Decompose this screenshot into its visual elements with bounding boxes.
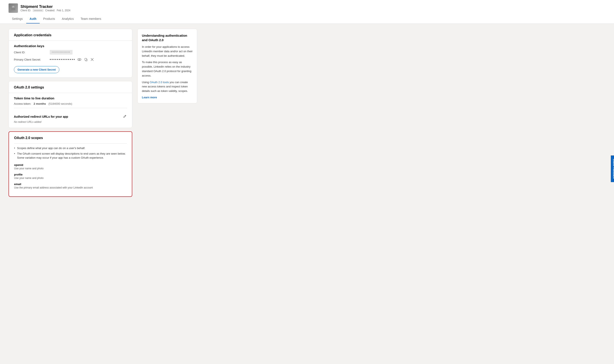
client-id-label: Client ID: xyxy=(20,9,31,12)
oauth-scopes-title: OAuth 2.0 scopes xyxy=(14,136,127,140)
scope-email-name: email xyxy=(14,182,127,186)
no-redirect-urls-text: No redirect URLs added xyxy=(14,120,127,123)
app-meta: Client ID: •••••••••• Created: Feb 1, 20… xyxy=(20,9,70,12)
learn-more-link[interactable]: Learn more xyxy=(142,96,157,99)
redirect-header: Authorized redirect URLs for your app xyxy=(14,114,127,119)
oauth-settings-card: OAuth 2.0 settings Token time to live du… xyxy=(9,81,132,128)
svg-rect-0 xyxy=(11,7,15,10)
primary-secret-row: Primary Client Secret: •••••••••••••• xyxy=(14,57,127,62)
client-id-field-label: Client ID: xyxy=(14,51,48,54)
token-row: Access token: 2 months (5184000 seconds) xyxy=(14,102,127,105)
primary-secret-dots: •••••••••••••• xyxy=(50,58,75,61)
app-title-text: Shipment Tracker Client ID: •••••••••• C… xyxy=(20,4,70,12)
token-months: 2 months xyxy=(34,102,46,105)
app-avatar-image xyxy=(9,3,18,13)
client-id-value: •••••••••• xyxy=(33,9,43,12)
app-credentials-title: Application credentials xyxy=(14,33,127,37)
scope-bullets-list: Scopes define what your app can do on a … xyxy=(14,146,127,160)
tab-products[interactable]: Products xyxy=(40,14,58,24)
client-id-value-area: •••••••••••••• xyxy=(50,50,73,55)
scope-openid: openid Use your name and photo xyxy=(14,163,127,170)
token-seconds: (5184000 seconds) xyxy=(48,102,72,105)
oauth-tools-link[interactable]: OAuth 2.0 tools xyxy=(150,81,169,84)
redirect-title: Authorized redirect URLs for your app xyxy=(14,115,68,118)
help-paragraph-3: Using OAuth 2.0 tools you can create new… xyxy=(142,80,193,93)
client-id-masked: •••••••••••••• xyxy=(50,50,73,55)
main-layout: Application credentials Authentication k… xyxy=(0,24,256,202)
oauth-scopes-card: OAuth 2.0 scopes Scopes define what your… xyxy=(9,131,132,197)
created-date: Feb 1, 2024 xyxy=(57,9,70,12)
app-credentials-card: Application credentials Authentication k… xyxy=(9,29,132,78)
help-title: Understanding authentication and OAuth 2… xyxy=(142,33,193,42)
scope-openid-desc: Use your name and photo xyxy=(14,167,127,170)
redirect-section: Authorized redirect URLs for your app No… xyxy=(14,111,127,123)
tab-auth[interactable]: Auth xyxy=(26,14,40,24)
scope-email-desc: Use the primary email address associated… xyxy=(14,186,127,189)
token-ttl-title: Token time to live duration xyxy=(14,96,127,100)
scope-email: email Use the primary email address asso… xyxy=(14,182,127,189)
scope-profile: profile Use your name and photo xyxy=(14,173,127,180)
generate-secret-button[interactable]: Generate a new Client Secret xyxy=(14,66,59,73)
auth-keys-title: Authentication keys xyxy=(14,44,127,48)
scope-bullet-2: The OAuth consent screen will display de… xyxy=(14,152,127,160)
app-avatar xyxy=(9,3,18,13)
tab-settings[interactable]: Settings xyxy=(9,14,26,24)
primary-secret-value-area: •••••••••••••• xyxy=(50,57,94,62)
scope-openid-name: openid xyxy=(14,163,127,167)
scope-bullet-1: Scopes define what your app can do on a … xyxy=(14,146,127,150)
svg-rect-6 xyxy=(85,58,87,60)
primary-secret-label: Primary Client Secret: xyxy=(14,58,48,61)
nav-tabs: Settings Auth Products Analytics Team me… xyxy=(9,14,605,24)
oauth-settings-title: OAuth 2.0 settings xyxy=(14,86,127,89)
created-label: Created: xyxy=(45,9,55,12)
show-secret-button[interactable] xyxy=(77,57,82,62)
app-title-row: Shipment Tracker Client ID: •••••••••• C… xyxy=(9,0,605,14)
token-ttl-section: Token time to live duration Access token… xyxy=(14,96,127,105)
edit-redirect-button[interactable] xyxy=(123,114,127,119)
svg-point-3 xyxy=(78,58,81,61)
scope-profile-name: profile xyxy=(14,173,127,176)
feedback-tab[interactable]: Leave Feedback xyxy=(611,156,614,182)
tab-analytics[interactable]: Analytics xyxy=(58,14,77,24)
scope-profile-desc: Use your name and photo xyxy=(14,177,127,180)
right-column: Understanding authentication and OAuth 2… xyxy=(137,29,197,197)
svg-point-4 xyxy=(79,59,80,60)
tab-team-members[interactable]: Team members xyxy=(77,14,105,24)
app-name: Shipment Tracker xyxy=(20,4,70,9)
access-token-label: Access token: xyxy=(14,102,31,105)
clear-secret-button[interactable] xyxy=(90,58,94,61)
copy-secret-button[interactable] xyxy=(83,57,89,62)
help-paragraph-1: In order for your applications to access… xyxy=(142,45,193,58)
help-paragraph-2: To make this process as easy as possible… xyxy=(142,60,193,78)
app-header: Shipment Tracker Client ID: •••••••••• C… xyxy=(0,0,614,24)
svg-rect-2 xyxy=(13,6,14,7)
help-panel: Understanding authentication and OAuth 2… xyxy=(137,29,197,104)
left-column: Application credentials Authentication k… xyxy=(9,29,132,197)
client-id-row: Client ID: •••••••••••••• xyxy=(14,50,127,55)
